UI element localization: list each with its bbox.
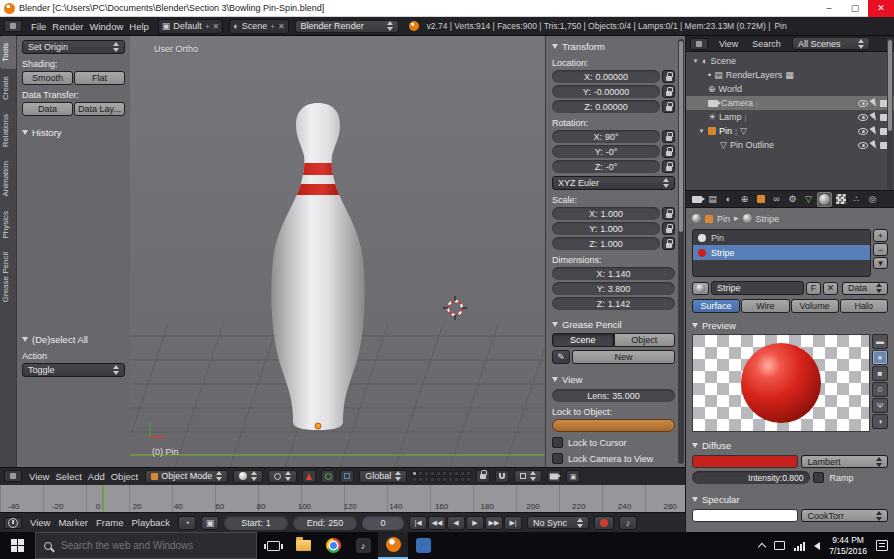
outliner-item-renderlayers[interactable]: • ▤ RenderLayers ▦ bbox=[686, 68, 894, 82]
outliner-item-camera[interactable]: Camera | bbox=[686, 96, 894, 110]
menu-item[interactable]: File bbox=[28, 21, 49, 32]
menu-item[interactable]: Select bbox=[53, 471, 83, 482]
render-tab[interactable] bbox=[689, 192, 704, 207]
snap-element-dropdown[interactable] bbox=[514, 470, 542, 483]
menu-item[interactable]: View bbox=[27, 471, 51, 482]
add-layout-button[interactable]: + bbox=[205, 22, 210, 31]
tab-animation[interactable]: Animation bbox=[0, 154, 16, 204]
taskbar-clock[interactable]: 9:44 PM 7/15/2016 bbox=[829, 535, 867, 556]
3d-viewport-canvas[interactable] bbox=[130, 36, 545, 467]
editor-type-outliner-icon[interactable] bbox=[690, 38, 708, 50]
show-hidden-icons-chevron[interactable] bbox=[758, 543, 766, 551]
diffuse-panel-header[interactable]: Diffuse bbox=[692, 438, 888, 452]
preview-flat-button[interactable]: ▬ bbox=[872, 334, 888, 349]
blender-taskbar-icon[interactable] bbox=[378, 532, 408, 559]
dimension-number-field[interactable]: X:1.140 bbox=[552, 267, 675, 280]
manipulator-scale-icon[interactable] bbox=[340, 470, 354, 483]
diffuse-intensity-slider[interactable]: Intensity: 0.800 bbox=[692, 471, 810, 484]
start-button[interactable] bbox=[0, 532, 34, 559]
surface-type-button[interactable]: Surface bbox=[692, 299, 740, 313]
task-view-button[interactable] bbox=[258, 532, 288, 559]
location-number-field[interactable]: Y:-0.00000 bbox=[552, 85, 660, 98]
preview-cube-button[interactable]: ■ bbox=[872, 366, 888, 381]
gp-new-button[interactable]: New bbox=[572, 350, 675, 364]
record-button[interactable] bbox=[594, 516, 614, 530]
remove-scene-button[interactable]: ✕ bbox=[278, 22, 285, 31]
action-dropdown[interactable]: Toggle bbox=[22, 363, 125, 377]
expander-icon[interactable]: ▼ bbox=[698, 128, 705, 134]
timeline-ruler[interactable]: -40-200204060801001201401601802002202402… bbox=[0, 484, 685, 512]
material-slot-stripe[interactable]: Stripe bbox=[693, 245, 870, 260]
bowling-pin[interactable] bbox=[271, 103, 364, 430]
orientation-dropdown[interactable]: Global bbox=[359, 470, 407, 483]
visibility-eye-icon[interactable] bbox=[858, 114, 868, 121]
manipulator-rotate-icon[interactable] bbox=[321, 470, 335, 483]
search-input[interactable] bbox=[59, 539, 248, 552]
lock-axis-button[interactable] bbox=[662, 85, 675, 98]
selectability-arrow-icon[interactable] bbox=[869, 112, 878, 122]
gp-draw-icon[interactable]: ✎ bbox=[552, 350, 570, 364]
remove-layout-button[interactable]: ✕ bbox=[213, 22, 220, 31]
add-scene-button[interactable]: + bbox=[270, 22, 275, 31]
3d-cursor[interactable] bbox=[443, 296, 467, 320]
gp-object-tab[interactable]: Object bbox=[614, 333, 676, 347]
selectability-arrow-icon[interactable] bbox=[869, 98, 878, 108]
lock-axis-button[interactable] bbox=[662, 222, 675, 235]
menu-item[interactable]: Window bbox=[86, 21, 126, 32]
set-origin-dropdown[interactable]: Set Origin bbox=[22, 40, 125, 54]
slot-specials-menu[interactable]: ▾ bbox=[873, 257, 888, 269]
lock-axis-button[interactable] bbox=[662, 160, 675, 173]
view-panel-header[interactable]: View bbox=[552, 372, 675, 386]
outliner-filter-dropdown[interactable]: All Scenes bbox=[792, 37, 870, 50]
chrome-icon[interactable] bbox=[318, 532, 348, 559]
material-link-dropdown[interactable]: Data bbox=[842, 282, 888, 295]
dimension-number-field[interactable]: Z:1.142 bbox=[552, 297, 675, 310]
mode-dropdown[interactable]: Object Mode bbox=[145, 470, 228, 483]
fake-user-button[interactable]: F bbox=[806, 282, 821, 295]
outliner-search-menu[interactable]: Search bbox=[749, 39, 784, 49]
opengl-render-icon[interactable] bbox=[547, 470, 561, 483]
outliner-view-menu[interactable]: View bbox=[716, 39, 741, 49]
menu-item[interactable]: Help bbox=[126, 21, 152, 32]
taskbar-search[interactable] bbox=[35, 532, 257, 559]
lock-axis-button[interactable] bbox=[662, 70, 675, 83]
lock-axis-button[interactable] bbox=[662, 100, 675, 113]
preview-monkey-button[interactable]: ☺ bbox=[872, 382, 888, 397]
expander-icon[interactable]: ▼ bbox=[692, 58, 699, 64]
menu-item[interactable]: View bbox=[27, 517, 53, 528]
gp-scene-tab[interactable]: Scene bbox=[552, 333, 614, 347]
flat-button[interactable]: Flat bbox=[74, 71, 125, 85]
screen-layout-selector[interactable]: ▣ Default + ✕ bbox=[158, 19, 223, 34]
preview-panel-header[interactable]: Preview bbox=[692, 318, 888, 332]
render-engine-dropdown[interactable]: Blender Render bbox=[295, 20, 399, 33]
media-app-icon[interactable]: ♪ bbox=[348, 532, 378, 559]
scene-selector[interactable]: ◐ Scene + ✕ bbox=[229, 19, 288, 34]
editor-type-info-icon[interactable] bbox=[4, 20, 22, 32]
editor-type-3dview-icon[interactable] bbox=[4, 470, 22, 482]
editor-type-timeline-icon[interactable] bbox=[4, 517, 22, 529]
audio-icon[interactable]: ♪ bbox=[619, 516, 637, 530]
constraints-tab[interactable]: ∞ bbox=[769, 192, 784, 207]
transform-panel-header[interactable]: Transform bbox=[552, 39, 675, 53]
specular-panel-header[interactable]: Specular bbox=[692, 492, 888, 506]
selectability-arrow-icon[interactable] bbox=[869, 126, 878, 136]
halo-type-button[interactable]: Halo bbox=[840, 299, 888, 313]
remove-slot-button[interactable]: − bbox=[873, 243, 888, 256]
material-name-field[interactable]: Stripe bbox=[711, 281, 804, 295]
lens-field[interactable]: Lens: 35.000 bbox=[552, 389, 675, 402]
playback-button[interactable]: ◀ bbox=[447, 516, 465, 530]
modifiers-tab[interactable]: ⚙ bbox=[785, 192, 800, 207]
redo-panel-header[interactable]: (De)select All bbox=[22, 332, 125, 346]
data-button[interactable]: Data bbox=[22, 102, 73, 116]
keying-set-icon[interactable]: ▣ bbox=[201, 516, 219, 530]
rotation-mode-dropdown[interactable]: XYZ Euler bbox=[552, 176, 675, 190]
playback-button[interactable]: |◀ bbox=[409, 516, 427, 530]
tab-tools[interactable]: Tools bbox=[0, 36, 16, 69]
menu-item[interactable]: Add bbox=[86, 471, 107, 482]
lock-camera-checkbox[interactable] bbox=[552, 453, 563, 464]
rotation-number-field[interactable]: Z:-0° bbox=[552, 160, 660, 173]
current-frame-field[interactable]: 0 bbox=[362, 516, 404, 530]
tab-relations[interactable]: Relations bbox=[0, 107, 16, 154]
render-layers-tab[interactable]: ▤ bbox=[705, 192, 720, 207]
grease-pencil-panel-header[interactable]: Grease Pencil bbox=[552, 317, 675, 331]
